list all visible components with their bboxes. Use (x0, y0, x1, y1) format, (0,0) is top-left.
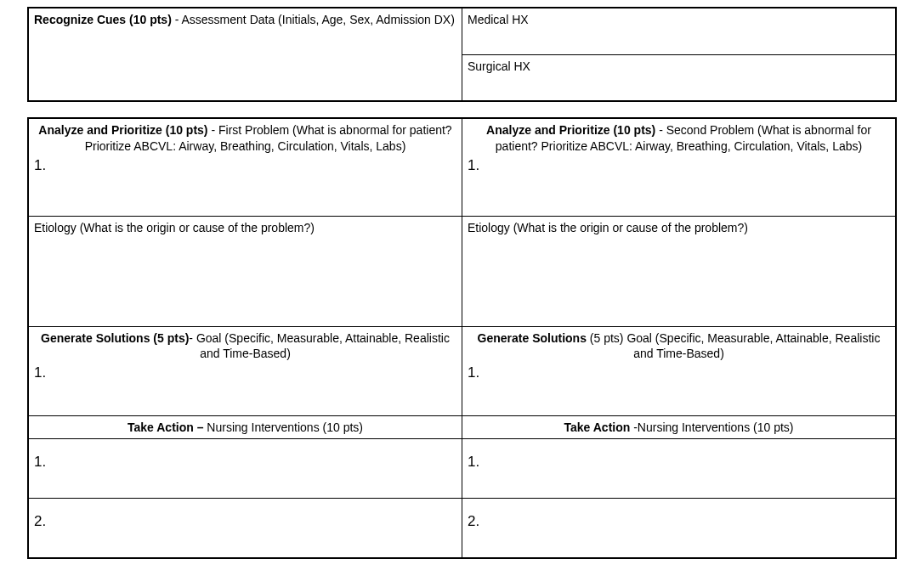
gensol-right-num: 1. (468, 364, 890, 383)
gensol-right-cell: Generate Solutions (5 pts) Goal (Specifi… (462, 326, 897, 415)
analyze-right-title: Analyze and Prioritize (10 pts) (486, 123, 655, 137)
takeaction-right-title: Take Action (564, 420, 631, 434)
gensol-left-cell: Generate Solutions (5 pts)- Goal (Specif… (28, 326, 462, 415)
takeaction-left-desc: Nursing Interventions (10 pts) (203, 420, 363, 434)
takeaction-left-n1: 1. (34, 453, 456, 472)
medical-hx-cell: Medical HX (462, 8, 897, 54)
takeaction-left-1: 1. (28, 439, 462, 499)
takeaction-right-n2: 2. (468, 512, 890, 532)
takeaction-left-head: Take Action – Nursing Interventions (10 … (28, 415, 462, 439)
analyze-left-num: 1. (34, 156, 456, 176)
surgical-hx-label: Surgical HX (468, 59, 530, 73)
recognize-cues-desc: - Assessment Data (Initials, Age, Sex, A… (172, 13, 455, 26)
surgical-hx-cell: Surgical HX (462, 54, 897, 101)
takeaction-right-desc: -Nursing Interventions (10 pts) (630, 420, 793, 434)
etiology-left-cell: Etiology (What is the origin or cause of… (28, 216, 462, 326)
takeaction-right-2: 2. (462, 499, 897, 558)
gensol-right-desc: (5 pts) Goal (Specific, Measurable, Atta… (587, 331, 881, 361)
analyze-left-title: Analyze and Prioritize (10 pts) (38, 123, 207, 137)
takeaction-left-2: 2. (28, 499, 462, 558)
problems-table: Analyze and Prioritize (10 pts) - First … (27, 117, 897, 559)
recognize-cues-title: Recognize Cues (10 pts) (34, 13, 172, 26)
gensol-left-title: Generate Solutions (5 pts) (41, 331, 189, 345)
takeaction-left-n2: 2. (34, 512, 456, 532)
gensol-left-desc: - Goal (Specific, Measurable, Attainable… (189, 331, 450, 361)
takeaction-right-head: Take Action -Nursing Interventions (10 p… (462, 415, 897, 439)
etiology-left-label: Etiology (What is the origin or cause of… (34, 221, 315, 234)
etiology-right-cell: Etiology (What is the origin or cause of… (462, 216, 897, 326)
analyze-right-cell: Analyze and Prioritize (10 pts) - Second… (462, 118, 897, 216)
takeaction-left-title: Take Action – (128, 420, 203, 434)
takeaction-right-n1: 1. (468, 453, 890, 472)
takeaction-right-1: 1. (462, 439, 897, 499)
etiology-right-label: Etiology (What is the origin or cause of… (468, 221, 748, 234)
recognize-cues-table: Recognize Cues (10 pts) - Assessment Dat… (27, 7, 897, 102)
gensol-right-title: Generate Solutions (478, 331, 587, 345)
analyze-left-cell: Analyze and Prioritize (10 pts) - First … (28, 118, 462, 216)
analyze-right-num: 1. (468, 156, 890, 176)
gensol-left-num: 1. (34, 364, 456, 383)
recognize-cues-cell: Recognize Cues (10 pts) - Assessment Dat… (28, 8, 462, 101)
medical-hx-label: Medical HX (468, 13, 529, 26)
